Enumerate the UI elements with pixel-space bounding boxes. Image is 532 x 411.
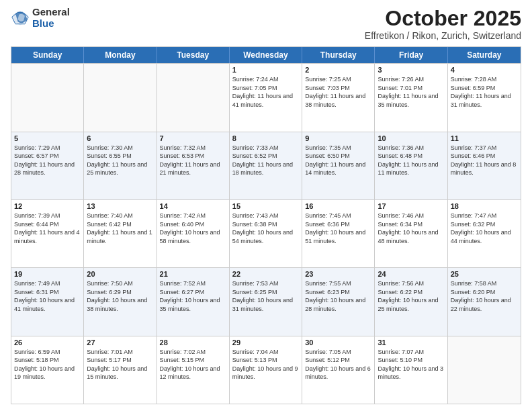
calendar-cell: 20Sunrise: 7:50 AM Sunset: 6:29 PM Dayli… — [84, 268, 157, 335]
calendar-cell: 9Sunrise: 7:35 AM Sunset: 6:50 PM Daylig… — [302, 132, 375, 199]
day-number: 8 — [232, 134, 299, 142]
calendar-cell — [157, 64, 230, 131]
day-number: 13 — [87, 202, 153, 210]
calendar-cell: 2Sunrise: 7:25 AM Sunset: 7:03 PM Daylig… — [302, 64, 375, 131]
calendar-header: Sunday Monday Tuesday Wednesday Thursday… — [11, 47, 521, 63]
day-info: Sunrise: 7:02 AM Sunset: 5:15 PM Dayligh… — [160, 348, 226, 381]
calendar-cell: 3Sunrise: 7:26 AM Sunset: 7:01 PM Daylig… — [375, 64, 447, 131]
calendar: Sunday Monday Tuesday Wednesday Thursday… — [11, 46, 521, 404]
header-sunday: Sunday — [11, 47, 84, 63]
calendar-cell: 26Sunrise: 6:59 AM Sunset: 5:18 PM Dayli… — [11, 336, 84, 404]
calendar-cell: 11Sunrise: 7:37 AM Sunset: 6:46 PM Dayli… — [448, 132, 521, 199]
calendar-cell: 12Sunrise: 7:39 AM Sunset: 6:44 PM Dayli… — [11, 200, 84, 267]
day-number: 9 — [305, 134, 371, 142]
day-info: Sunrise: 7:45 AM Sunset: 6:36 PM Dayligh… — [305, 212, 371, 245]
day-info: Sunrise: 7:49 AM Sunset: 6:31 PM Dayligh… — [14, 279, 81, 313]
calendar-cell: 17Sunrise: 7:46 AM Sunset: 6:34 PM Dayli… — [375, 200, 447, 267]
day-info: Sunrise: 7:07 AM Sunset: 5:10 PM Dayligh… — [378, 348, 444, 381]
calendar-cell: 14Sunrise: 7:42 AM Sunset: 6:40 PM Dayli… — [157, 200, 230, 267]
calendar-cell: 25Sunrise: 7:58 AM Sunset: 6:20 PM Dayli… — [448, 268, 521, 335]
day-info: Sunrise: 7:29 AM Sunset: 6:57 PM Dayligh… — [14, 144, 81, 177]
calendar-cell: 10Sunrise: 7:36 AM Sunset: 6:48 PM Dayli… — [375, 132, 447, 199]
header-thursday: Thursday — [302, 47, 375, 63]
day-number: 7 — [160, 134, 226, 142]
day-info: Sunrise: 7:28 AM Sunset: 6:59 PM Dayligh… — [451, 75, 518, 109]
calendar-cell — [84, 64, 157, 131]
day-number: 5 — [14, 134, 81, 142]
day-number: 31 — [378, 338, 444, 347]
day-number: 25 — [451, 270, 518, 278]
calendar-row-1: 1Sunrise: 7:24 AM Sunset: 7:05 PM Daylig… — [11, 63, 521, 131]
day-number: 10 — [378, 134, 444, 142]
calendar-cell: 1Sunrise: 7:24 AM Sunset: 7:05 PM Daylig… — [230, 64, 302, 131]
calendar-cell: 16Sunrise: 7:45 AM Sunset: 6:36 PM Dayli… — [302, 200, 375, 267]
calendar-cell: 19Sunrise: 7:49 AM Sunset: 6:31 PM Dayli… — [11, 268, 84, 335]
calendar-cell: 22Sunrise: 7:53 AM Sunset: 6:25 PM Dayli… — [230, 268, 302, 335]
logo-text: General Blue — [32, 7, 70, 29]
day-number: 16 — [305, 202, 371, 210]
day-number: 21 — [160, 270, 226, 278]
calendar-cell: 24Sunrise: 7:56 AM Sunset: 6:22 PM Dayli… — [375, 268, 447, 335]
day-info: Sunrise: 7:47 AM Sunset: 6:32 PM Dayligh… — [451, 212, 518, 245]
calendar-cell: 4Sunrise: 7:28 AM Sunset: 6:59 PM Daylig… — [448, 64, 521, 131]
day-number: 29 — [232, 338, 299, 347]
calendar-cell: 23Sunrise: 7:55 AM Sunset: 6:23 PM Dayli… — [302, 268, 375, 335]
calendar-cell: 13Sunrise: 7:40 AM Sunset: 6:42 PM Dayli… — [84, 200, 157, 267]
day-number: 24 — [378, 270, 444, 278]
calendar-row-3: 12Sunrise: 7:39 AM Sunset: 6:44 PM Dayli… — [11, 199, 521, 267]
logo-icon — [11, 9, 30, 28]
calendar-cell: 8Sunrise: 7:33 AM Sunset: 6:52 PM Daylig… — [230, 132, 302, 199]
day-number: 17 — [378, 202, 444, 210]
calendar-cell: 15Sunrise: 7:43 AM Sunset: 6:38 PM Dayli… — [230, 200, 302, 267]
day-info: Sunrise: 7:52 AM Sunset: 6:27 PM Dayligh… — [160, 279, 226, 313]
day-number: 14 — [160, 202, 226, 210]
calendar-cell — [11, 64, 84, 131]
calendar-row-5: 26Sunrise: 6:59 AM Sunset: 5:18 PM Dayli… — [11, 336, 521, 404]
day-info: Sunrise: 7:56 AM Sunset: 6:22 PM Dayligh… — [378, 279, 444, 313]
day-number: 2 — [305, 66, 371, 74]
day-info: Sunrise: 7:42 AM Sunset: 6:40 PM Dayligh… — [160, 212, 226, 245]
day-info: Sunrise: 6:59 AM Sunset: 5:18 PM Dayligh… — [14, 348, 81, 381]
page: General Blue October 2025 Effretikon / R… — [0, 0, 532, 411]
day-info: Sunrise: 7:32 AM Sunset: 6:53 PM Dayligh… — [160, 144, 226, 177]
calendar-cell: 29Sunrise: 7:04 AM Sunset: 5:13 PM Dayli… — [230, 336, 302, 404]
calendar-body: 1Sunrise: 7:24 AM Sunset: 7:05 PM Daylig… — [11, 63, 521, 404]
calendar-row-4: 19Sunrise: 7:49 AM Sunset: 6:31 PM Dayli… — [11, 267, 521, 335]
day-number: 11 — [451, 134, 518, 142]
header-friday: Friday — [375, 47, 447, 63]
calendar-cell: 27Sunrise: 7:01 AM Sunset: 5:17 PM Dayli… — [84, 336, 157, 404]
day-number: 19 — [14, 270, 81, 278]
header-saturday: Saturday — [448, 47, 521, 63]
calendar-row-2: 5Sunrise: 7:29 AM Sunset: 6:57 PM Daylig… — [11, 132, 521, 199]
calendar-cell — [448, 336, 521, 404]
day-number: 28 — [160, 338, 226, 347]
day-info: Sunrise: 7:43 AM Sunset: 6:38 PM Dayligh… — [232, 212, 299, 245]
calendar-cell: 7Sunrise: 7:32 AM Sunset: 6:53 PM Daylig… — [157, 132, 230, 199]
day-info: Sunrise: 7:40 AM Sunset: 6:42 PM Dayligh… — [87, 212, 153, 245]
calendar-cell: 30Sunrise: 7:05 AM Sunset: 5:12 PM Dayli… — [302, 336, 375, 404]
day-number: 20 — [87, 270, 153, 278]
location: Effretikon / Rikon, Zurich, Switzerland — [365, 30, 521, 41]
day-number: 30 — [305, 338, 371, 347]
logo-blue: Blue — [32, 18, 70, 30]
day-info: Sunrise: 7:05 AM Sunset: 5:12 PM Dayligh… — [305, 348, 371, 381]
calendar-cell: 21Sunrise: 7:52 AM Sunset: 6:27 PM Dayli… — [157, 268, 230, 335]
day-info: Sunrise: 7:26 AM Sunset: 7:01 PM Dayligh… — [378, 75, 444, 109]
month-title: October 2025 — [365, 7, 521, 30]
day-info: Sunrise: 7:33 AM Sunset: 6:52 PM Dayligh… — [232, 144, 299, 177]
logo-general: General — [32, 7, 70, 18]
day-info: Sunrise: 7:55 AM Sunset: 6:23 PM Dayligh… — [305, 279, 371, 313]
day-number: 12 — [14, 202, 81, 210]
day-info: Sunrise: 7:01 AM Sunset: 5:17 PM Dayligh… — [87, 348, 153, 381]
day-info: Sunrise: 7:30 AM Sunset: 6:55 PM Dayligh… — [87, 144, 153, 177]
day-info: Sunrise: 7:37 AM Sunset: 6:46 PM Dayligh… — [451, 144, 518, 177]
day-info: Sunrise: 7:25 AM Sunset: 7:03 PM Dayligh… — [305, 75, 371, 109]
calendar-cell: 18Sunrise: 7:47 AM Sunset: 6:32 PM Dayli… — [448, 200, 521, 267]
day-number: 4 — [451, 66, 518, 74]
day-info: Sunrise: 7:36 AM Sunset: 6:48 PM Dayligh… — [378, 144, 444, 177]
day-number: 26 — [14, 338, 81, 347]
calendar-cell: 5Sunrise: 7:29 AM Sunset: 6:57 PM Daylig… — [11, 132, 84, 199]
calendar-cell: 31Sunrise: 7:07 AM Sunset: 5:10 PM Dayli… — [375, 336, 447, 404]
day-info: Sunrise: 7:58 AM Sunset: 6:20 PM Dayligh… — [451, 279, 518, 313]
day-info: Sunrise: 7:35 AM Sunset: 6:50 PM Dayligh… — [305, 144, 371, 177]
